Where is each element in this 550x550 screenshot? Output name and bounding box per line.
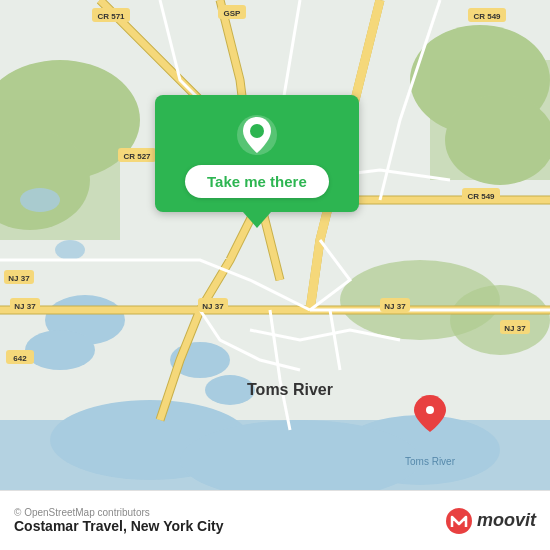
bottom-bar: © OpenStreetMap contributors Costamar Tr… bbox=[0, 490, 550, 550]
svg-rect-6 bbox=[430, 60, 550, 180]
svg-point-47 bbox=[446, 508, 472, 534]
svg-point-17 bbox=[20, 188, 60, 212]
tooltip-container: Take me there bbox=[155, 95, 359, 228]
svg-text:Toms River: Toms River bbox=[405, 456, 456, 467]
take-me-there-button[interactable]: Take me there bbox=[185, 165, 329, 198]
tooltip-box: Take me there bbox=[155, 95, 359, 212]
svg-point-18 bbox=[55, 240, 85, 260]
svg-rect-3 bbox=[0, 100, 120, 240]
svg-text:Toms River: Toms River bbox=[247, 381, 333, 398]
moovit-brand-icon bbox=[445, 507, 473, 535]
svg-text:CR 571: CR 571 bbox=[97, 12, 125, 21]
svg-text:NJ 37: NJ 37 bbox=[14, 302, 36, 311]
map-container: CR 571 GSP CR 549 CR 527 CR 549 NJ 37 NJ… bbox=[0, 0, 550, 490]
svg-text:642: 642 bbox=[13, 354, 27, 363]
svg-text:NJ 37: NJ 37 bbox=[8, 274, 30, 283]
svg-text:CR 549: CR 549 bbox=[467, 192, 495, 201]
moovit-brand-text: moovit bbox=[477, 510, 536, 531]
location-pin-icon bbox=[235, 113, 279, 157]
svg-point-43 bbox=[426, 406, 434, 414]
svg-text:GSP: GSP bbox=[224, 9, 242, 18]
svg-text:NJ 37: NJ 37 bbox=[384, 302, 406, 311]
moovit-logo: moovit bbox=[445, 507, 536, 535]
svg-text:NJ 37: NJ 37 bbox=[504, 324, 526, 333]
tooltip-arrow bbox=[243, 212, 271, 228]
svg-text:CR 549: CR 549 bbox=[473, 12, 501, 21]
svg-text:NJ 37: NJ 37 bbox=[202, 302, 224, 311]
svg-text:CR 527: CR 527 bbox=[123, 152, 151, 161]
bottom-left: © OpenStreetMap contributors Costamar Tr… bbox=[14, 507, 224, 534]
svg-point-10 bbox=[25, 330, 95, 370]
svg-point-46 bbox=[250, 124, 264, 138]
svg-point-8 bbox=[450, 285, 550, 355]
copyright-text: © OpenStreetMap contributors bbox=[14, 507, 224, 518]
map-background: CR 571 GSP CR 549 CR 527 CR 549 NJ 37 NJ… bbox=[0, 0, 550, 490]
location-name: Costamar Travel, New York City bbox=[14, 518, 224, 534]
